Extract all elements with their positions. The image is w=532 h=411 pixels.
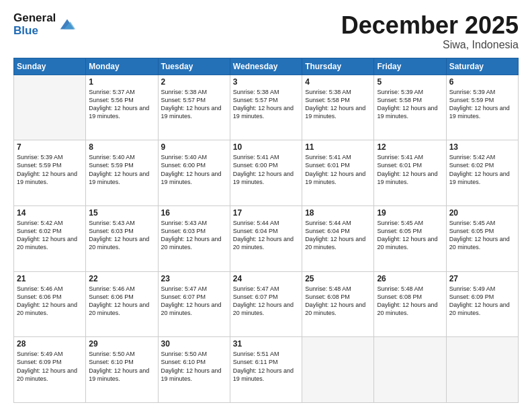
day-info: Sunrise: 5:45 AM Sunset: 6:05 PM Dayligh… — [449, 219, 515, 252]
day-number: 25 — [305, 274, 371, 283]
logo-icon — [58, 15, 77, 34]
calendar-cell: 5Sunrise: 5:39 AM Sunset: 5:58 PM Daylig… — [374, 75, 446, 140]
days-header-row: Sunday Monday Tuesday Wednesday Thursday… — [14, 58, 519, 75]
day-info: Sunrise: 5:49 AM Sunset: 6:09 PM Dayligh… — [17, 350, 83, 383]
day-info: Sunrise: 5:46 AM Sunset: 6:06 PM Dayligh… — [17, 285, 83, 318]
day-info: Sunrise: 5:38 AM Sunset: 5:58 PM Dayligh… — [305, 88, 371, 121]
calendar-cell: 17Sunrise: 5:44 AM Sunset: 6:04 PM Dayli… — [230, 205, 302, 271]
day-info: Sunrise: 5:44 AM Sunset: 6:04 PM Dayligh… — [305, 219, 371, 252]
logo: General Blue — [13, 12, 77, 37]
day-number: 20 — [449, 208, 515, 218]
header-friday: Friday — [374, 58, 446, 75]
day-number: 13 — [449, 142, 515, 152]
day-number: 26 — [377, 274, 443, 283]
day-number: 29 — [89, 339, 154, 349]
calendar-cell: 4Sunrise: 5:38 AM Sunset: 5:58 PM Daylig… — [302, 75, 374, 140]
header-sunday: Sunday — [14, 58, 86, 75]
day-number: 11 — [305, 142, 371, 152]
day-info: Sunrise: 5:41 AM Sunset: 6:01 PM Dayligh… — [377, 153, 443, 186]
day-info: Sunrise: 5:51 AM Sunset: 6:11 PM Dayligh… — [233, 350, 299, 383]
header-wednesday: Wednesday — [230, 58, 302, 75]
day-number: 2 — [161, 77, 227, 87]
calendar-cell: 3Sunrise: 5:38 AM Sunset: 5:57 PM Daylig… — [230, 75, 302, 140]
header-monday: Monday — [86, 58, 158, 75]
day-number: 31 — [233, 339, 299, 349]
calendar-cell: 15Sunrise: 5:43 AM Sunset: 6:03 PM Dayli… — [86, 205, 158, 271]
calendar-cell: 7Sunrise: 5:39 AM Sunset: 5:59 PM Daylig… — [14, 140, 86, 206]
calendar-cell: 28Sunrise: 5:49 AM Sunset: 6:09 PM Dayli… — [14, 337, 86, 403]
day-number: 5 — [377, 77, 443, 87]
page: General Blue December 2025 Siwa, Indones… — [0, 0, 532, 411]
calendar-cell: 27Sunrise: 5:49 AM Sunset: 6:09 PM Dayli… — [446, 271, 518, 337]
calendar-cell — [302, 337, 374, 403]
day-info: Sunrise: 5:41 AM Sunset: 6:01 PM Dayligh… — [305, 153, 371, 186]
logo-blue: Blue — [13, 25, 56, 38]
calendar-cell: 23Sunrise: 5:47 AM Sunset: 6:07 PM Dayli… — [158, 271, 230, 337]
calendar-cell — [446, 337, 518, 403]
calendar-cell: 31Sunrise: 5:51 AM Sunset: 6:11 PM Dayli… — [230, 337, 302, 403]
calendar-cell: 9Sunrise: 5:40 AM Sunset: 6:00 PM Daylig… — [158, 140, 230, 206]
calendar-cell: 13Sunrise: 5:42 AM Sunset: 6:02 PM Dayli… — [446, 140, 518, 206]
day-number: 22 — [89, 274, 154, 283]
calendar-cell: 6Sunrise: 5:39 AM Sunset: 5:59 PM Daylig… — [446, 75, 518, 140]
week-row-1: 1Sunrise: 5:37 AM Sunset: 5:56 PM Daylig… — [14, 75, 519, 140]
calendar-cell: 29Sunrise: 5:50 AM Sunset: 6:10 PM Dayli… — [86, 337, 158, 403]
day-number: 12 — [377, 142, 443, 152]
calendar-cell: 21Sunrise: 5:46 AM Sunset: 6:06 PM Dayli… — [14, 271, 86, 337]
day-info: Sunrise: 5:48 AM Sunset: 6:08 PM Dayligh… — [305, 285, 371, 318]
title-area: December 2025 Siwa, Indonesia — [341, 12, 519, 51]
day-number: 10 — [233, 142, 299, 152]
calendar-cell — [374, 337, 446, 403]
calendar-table: Sunday Monday Tuesday Wednesday Thursday… — [13, 58, 519, 403]
header-tuesday: Tuesday — [158, 58, 230, 75]
calendar-cell — [14, 75, 86, 140]
week-row-5: 28Sunrise: 5:49 AM Sunset: 6:09 PM Dayli… — [14, 337, 519, 403]
week-row-3: 14Sunrise: 5:42 AM Sunset: 6:02 PM Dayli… — [14, 205, 519, 271]
day-number: 21 — [17, 274, 83, 283]
day-number: 4 — [305, 77, 371, 87]
day-info: Sunrise: 5:42 AM Sunset: 6:02 PM Dayligh… — [449, 153, 515, 186]
day-info: Sunrise: 5:39 AM Sunset: 5:59 PM Dayligh… — [449, 88, 515, 121]
day-info: Sunrise: 5:44 AM Sunset: 6:04 PM Dayligh… — [233, 219, 299, 252]
week-row-2: 7Sunrise: 5:39 AM Sunset: 5:59 PM Daylig… — [14, 140, 519, 206]
day-info: Sunrise: 5:49 AM Sunset: 6:09 PM Dayligh… — [449, 285, 515, 318]
calendar-cell: 12Sunrise: 5:41 AM Sunset: 6:01 PM Dayli… — [374, 140, 446, 206]
header-saturday: Saturday — [446, 58, 518, 75]
header-thursday: Thursday — [302, 58, 374, 75]
calendar-cell: 14Sunrise: 5:42 AM Sunset: 6:02 PM Dayli… — [14, 205, 86, 271]
day-info: Sunrise: 5:50 AM Sunset: 6:10 PM Dayligh… — [89, 350, 154, 383]
day-number: 14 — [17, 208, 83, 218]
calendar-cell: 16Sunrise: 5:43 AM Sunset: 6:03 PM Dayli… — [158, 205, 230, 271]
day-number: 27 — [449, 274, 515, 283]
day-info: Sunrise: 5:38 AM Sunset: 5:57 PM Dayligh… — [233, 88, 299, 121]
calendar-cell: 1Sunrise: 5:37 AM Sunset: 5:56 PM Daylig… — [86, 75, 158, 140]
day-info: Sunrise: 5:39 AM Sunset: 5:59 PM Dayligh… — [17, 153, 83, 186]
day-number: 19 — [377, 208, 443, 218]
day-number: 30 — [161, 339, 227, 349]
day-number: 6 — [449, 77, 515, 87]
day-info: Sunrise: 5:39 AM Sunset: 5:58 PM Dayligh… — [377, 88, 443, 121]
day-number: 17 — [233, 208, 299, 218]
day-number: 24 — [233, 274, 299, 283]
calendar-cell: 26Sunrise: 5:48 AM Sunset: 6:08 PM Dayli… — [374, 271, 446, 337]
day-number: 23 — [161, 274, 227, 283]
day-info: Sunrise: 5:40 AM Sunset: 5:59 PM Dayligh… — [89, 153, 154, 186]
day-info: Sunrise: 5:37 AM Sunset: 5:56 PM Dayligh… — [89, 88, 154, 121]
day-number: 1 — [89, 77, 154, 87]
location: Siwa, Indonesia — [341, 39, 519, 51]
day-number: 16 — [161, 208, 227, 218]
day-number: 28 — [17, 339, 83, 349]
day-number: 8 — [89, 142, 154, 152]
calendar-cell: 30Sunrise: 5:50 AM Sunset: 6:10 PM Dayli… — [158, 337, 230, 403]
calendar-cell: 11Sunrise: 5:41 AM Sunset: 6:01 PM Dayli… — [302, 140, 374, 206]
day-info: Sunrise: 5:41 AM Sunset: 6:00 PM Dayligh… — [233, 153, 299, 186]
calendar-cell: 20Sunrise: 5:45 AM Sunset: 6:05 PM Dayli… — [446, 205, 518, 271]
week-row-4: 21Sunrise: 5:46 AM Sunset: 6:06 PM Dayli… — [14, 271, 519, 337]
calendar-cell: 10Sunrise: 5:41 AM Sunset: 6:00 PM Dayli… — [230, 140, 302, 206]
calendar-cell: 8Sunrise: 5:40 AM Sunset: 5:59 PM Daylig… — [86, 140, 158, 206]
calendar-cell: 19Sunrise: 5:45 AM Sunset: 6:05 PM Dayli… — [374, 205, 446, 271]
day-number: 7 — [17, 142, 83, 152]
calendar-cell: 25Sunrise: 5:48 AM Sunset: 6:08 PM Dayli… — [302, 271, 374, 337]
logo-general: General — [13, 12, 56, 25]
day-info: Sunrise: 5:43 AM Sunset: 6:03 PM Dayligh… — [89, 219, 154, 252]
